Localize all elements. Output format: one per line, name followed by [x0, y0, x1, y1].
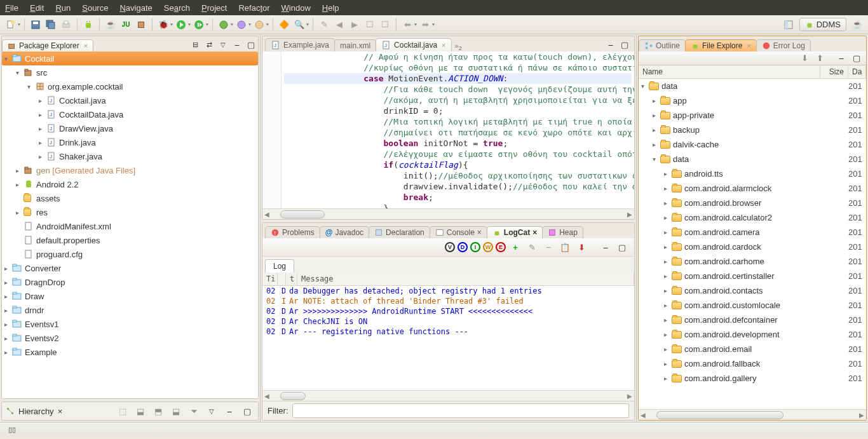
- tree-row[interactable]: ▾src: [2, 65, 258, 79]
- file-explorer-row[interactable]: ▸com.android.calculator2201: [639, 210, 866, 225]
- bottom-tab-javadoc[interactable]: @Javadoc: [320, 226, 369, 238]
- tree-row[interactable]: ▸drndr: [2, 303, 258, 317]
- file-explorer-row[interactable]: ▸com.android.development201: [639, 327, 866, 342]
- tree-row[interactable]: ▸JCocktail.java: [2, 93, 258, 107]
- file-explorer-scrollbar-horizontal[interactable]: ◀ ▶: [639, 409, 866, 420]
- maximize-icon[interactable]: ▢: [615, 240, 629, 254]
- pull-file-icon[interactable]: ⬇: [797, 51, 811, 65]
- new-class-button[interactable]: [217, 18, 231, 32]
- menu-help[interactable]: Help: [322, 3, 339, 13]
- tree-row[interactable]: ▸Example: [2, 345, 258, 359]
- tree-row[interactable]: default.properties: [2, 233, 258, 247]
- close-icon[interactable]: ×: [532, 228, 537, 237]
- android-sdk-button[interactable]: [81, 18, 95, 32]
- tree-row[interactable]: assets: [2, 191, 258, 205]
- tree-row[interactable]: ▸JDrawView.java: [2, 121, 258, 135]
- log-row[interactable]: 02DArCheckJNI is ON: [262, 316, 634, 327]
- tree-row[interactable]: ▸res: [2, 205, 258, 219]
- menu-source[interactable]: Source: [82, 3, 108, 13]
- tree-row[interactable]: proguard.cfg: [2, 247, 258, 261]
- maximize-icon[interactable]: ▢: [240, 404, 254, 418]
- file-explorer-row[interactable]: ▸com.android.camera201: [639, 225, 866, 240]
- tree-row[interactable]: ▸Android 2.2: [2, 177, 258, 191]
- menu-window[interactable]: Window: [281, 3, 311, 13]
- package-explorer-tab[interactable]: Package Explorer ×: [2, 39, 93, 51]
- file-explorer-row[interactable]: ▸android.tts201: [639, 166, 866, 181]
- tree-row[interactable]: ▸JCocktailData.java: [2, 107, 258, 121]
- file-explorer-row[interactable]: ▸com.android.contacts201: [639, 283, 866, 298]
- maximize-icon[interactable]: ▢: [850, 51, 864, 65]
- new-button[interactable]: [4, 18, 18, 32]
- file-explorer-row[interactable]: ▸com.android.defcontainer201: [639, 313, 866, 327]
- back-button[interactable]: ⬅: [400, 18, 414, 32]
- editor-tab[interactable]: JCocktail.java×: [376, 38, 451, 51]
- edit-filter-button[interactable]: ✎: [525, 240, 539, 254]
- tree-row[interactable]: ▸JShaker.java: [2, 149, 258, 163]
- editor-tab[interactable]: main.xml: [334, 39, 376, 51]
- hier-history-icon[interactable]: ⏷: [187, 404, 201, 418]
- print-button[interactable]: [59, 18, 73, 32]
- run-last-button[interactable]: [192, 18, 206, 32]
- right-tab-outline[interactable]: Outline: [639, 39, 686, 51]
- open-perspective-button[interactable]: [782, 18, 796, 32]
- new-java-project-button[interactable]: ☕: [104, 18, 118, 32]
- right-tab-file-explore[interactable]: File Explore×: [685, 39, 757, 51]
- bottom-tab-console[interactable]: Console×: [430, 226, 487, 238]
- log-row[interactable]: 02DdaDebugger has detached; object regis…: [262, 286, 634, 296]
- file-explorer-row[interactable]: ▸com.android.gallery201: [639, 371, 866, 386]
- tree-row[interactable]: ▸Converter: [2, 261, 258, 275]
- file-explorer-row[interactable]: ▾data201: [639, 152, 866, 166]
- bottom-tab-declaration[interactable]: Declaration: [369, 226, 430, 238]
- debug-filter-button[interactable]: D: [458, 242, 468, 252]
- code-editor[interactable]: // Αφού η κίνηση ήταν προς τα κατω(touch…: [262, 51, 634, 208]
- menu-file[interactable]: File: [5, 3, 18, 13]
- file-explorer-row[interactable]: ▸com.android.email201: [639, 342, 866, 356]
- log-tab[interactable]: Log: [265, 259, 294, 273]
- file-explorer-row[interactable]: ▸com.android.cardock201: [639, 240, 866, 254]
- toggle-mark-button[interactable]: ✎: [317, 18, 331, 32]
- editor-tab[interactable]: JExample.java: [265, 38, 335, 51]
- menu-navigate[interactable]: Navigate: [119, 3, 152, 13]
- tree-row[interactable]: ▸Draw: [2, 289, 258, 303]
- file-explorer-row[interactable]: ▾data201: [639, 79, 866, 93]
- error-filter-button[interactable]: E: [496, 242, 506, 252]
- log-row[interactable]: 02DAr--- registering native functions --…: [262, 327, 634, 337]
- close-icon[interactable]: ×: [84, 42, 88, 50]
- tree-row[interactable]: AndroidManifest.xml: [2, 219, 258, 233]
- right-tab-error-log[interactable]: Error Log: [756, 39, 811, 51]
- search-button[interactable]: 🔍: [292, 18, 306, 32]
- tree-row[interactable]: ▸Eventsv1: [2, 317, 258, 331]
- tree-row[interactable]: ▸DragnDrop: [2, 275, 258, 289]
- file-explorer-tree[interactable]: ▾data201▸app201▸app-private201▸backup201…: [639, 79, 866, 409]
- file-explorer-row[interactable]: ▸com.android.browser201: [639, 196, 866, 210]
- tasks-button[interactable]: ☐: [363, 18, 377, 32]
- verbose-filter-button[interactable]: V: [445, 242, 455, 252]
- logcat-table[interactable]: Ti t Message 02DdaDebugger has detached;…: [262, 273, 634, 390]
- file-explorer-row[interactable]: ▸com.android.customlocale201: [639, 298, 866, 313]
- editor-scrollbar-horizontal[interactable]: ◀ ▶: [262, 208, 634, 219]
- save-button[interactable]: [29, 18, 43, 32]
- menu-search[interactable]: Search: [164, 3, 190, 13]
- remove-filter-button[interactable]: −: [541, 240, 555, 254]
- info-filter-button[interactable]: I: [470, 242, 480, 252]
- file-explorer-row[interactable]: ▸com.android.fallback201: [639, 356, 866, 371]
- debug-button[interactable]: 🐞: [156, 18, 170, 32]
- hier-icon1[interactable]: ⬚: [116, 404, 130, 418]
- minimize-icon[interactable]: ‒: [599, 240, 613, 254]
- hier-icon4[interactable]: ⬓: [169, 404, 183, 418]
- collapse-all-icon[interactable]: ⊟: [188, 37, 202, 51]
- close-icon[interactable]: ×: [442, 41, 445, 49]
- minimize-icon[interactable]: ‒: [604, 37, 618, 51]
- tree-row[interactable]: ▸gen [Generated Java Files]: [2, 163, 258, 177]
- tree-row[interactable]: ▾org.example.cocktail: [2, 79, 258, 93]
- minimize-icon[interactable]: ‒: [222, 404, 236, 418]
- warn-filter-button[interactable]: W: [483, 242, 493, 252]
- bottom-tab-problems[interactable]: !Problems: [265, 226, 320, 238]
- new-package-button[interactable]: [134, 18, 148, 32]
- menu-run[interactable]: Run: [55, 3, 71, 13]
- bottom-tab-logcat[interactable]: LogCat×: [487, 226, 543, 238]
- file-explorer-row[interactable]: ▸com.android.alarmclock201: [639, 181, 866, 196]
- menu-edit[interactable]: Edit: [30, 3, 44, 13]
- export-log-button[interactable]: ⬇: [574, 240, 588, 254]
- file-explorer-row[interactable]: ▸dalvik-cache201: [639, 137, 866, 152]
